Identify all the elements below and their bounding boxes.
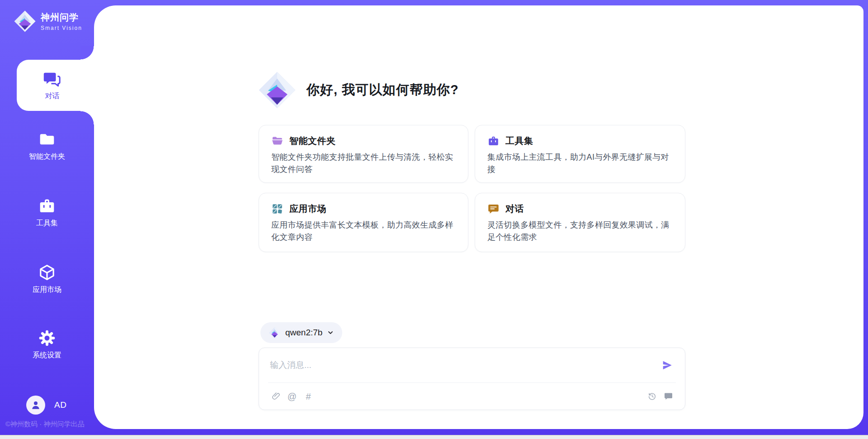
toolbox-icon	[38, 197, 56, 215]
sidebar-item-label: 工具集	[36, 219, 58, 228]
brand-gem-icon	[14, 10, 36, 33]
sidebar-item-app-market[interactable]: 应用市场	[0, 263, 94, 301]
user-profile[interactable]: AD	[26, 396, 66, 415]
brand-logo[interactable]: 神州问学 Smart Vision	[14, 10, 82, 33]
gear-icon	[38, 329, 56, 347]
sidebar: 神州问学 Smart Vision 对话 智能文件夹	[0, 0, 94, 439]
message-input[interactable]	[270, 360, 654, 370]
tab-curve-top	[80, 46, 94, 60]
brand-text: 神州问学 Smart Vision	[41, 11, 82, 31]
feature-card-toolset[interactable]: 工具集 集成市场上主流工具，助力AI与外界无缝扩展与对接	[475, 125, 685, 183]
sidebar-item-chat[interactable]: 对话	[17, 60, 94, 111]
brand-subtitle: Smart Vision	[41, 25, 82, 31]
card-title: 工具集	[505, 135, 533, 147]
at-icon: @	[288, 392, 297, 401]
sidebar-item-label: 智能文件夹	[29, 152, 65, 162]
card-title: 对话	[505, 203, 524, 215]
send-button[interactable]	[660, 358, 674, 372]
greeting: 你好, 我可以如何帮助你?	[258, 71, 459, 110]
sidebar-item-label: 对话	[45, 91, 60, 101]
avatar	[26, 396, 45, 415]
tab-curve-bottom	[80, 111, 94, 124]
person-icon	[30, 399, 42, 411]
assistant-gem-icon	[258, 71, 297, 110]
history-clock-icon	[647, 391, 657, 401]
sidebar-item-settings[interactable]: 系统设置	[0, 329, 94, 366]
sidebar-item-label: 系统设置	[33, 351, 61, 360]
folder-icon	[38, 130, 56, 148]
model-selector[interactable]: qwen2:7b	[260, 322, 342, 343]
chat-bubble-icon	[664, 391, 673, 401]
toolbox-icon	[487, 135, 500, 147]
feature-card-chat[interactable]: 对话 灵活切换多模型文件，支持多样回复效果调试，满足个性化需求	[475, 193, 685, 252]
history-button[interactable]	[645, 390, 659, 403]
model-name: qwen2:7b	[285, 328, 322, 338]
card-title: 应用市场	[289, 203, 326, 215]
new-chat-button[interactable]	[661, 390, 675, 403]
cube-icon	[38, 263, 56, 282]
card-description: 灵活切换多模型文件，支持多样回复效果调试，满足个性化需求	[487, 219, 673, 243]
mention-button[interactable]: @	[285, 390, 299, 403]
sidebar-item-toolset[interactable]: 工具集	[0, 197, 94, 234]
card-title: 智能文件夹	[289, 135, 336, 147]
card-description: 应用市场提供丰富长文本模板，助力高效生成多样化文章内容	[271, 219, 456, 243]
user-initials: AD	[54, 400, 66, 410]
send-icon	[661, 359, 673, 371]
greeting-title: 你好, 我可以如何帮助你?	[307, 81, 459, 99]
chat-icon	[487, 203, 500, 215]
folder-open-icon	[271, 135, 283, 147]
hash-icon: #	[306, 392, 311, 401]
copyright-text: ©神州数码 · 神州问学出品	[5, 420, 92, 429]
app-window: 神州问学 Smart Vision 对话 智能文件夹	[0, 0, 868, 439]
model-gem-icon	[269, 327, 281, 339]
topic-button[interactable]: #	[302, 390, 315, 403]
attach-file-button[interactable]	[269, 390, 283, 403]
paperclip-icon	[271, 391, 281, 401]
app-grid-icon	[271, 203, 283, 215]
composer: @ #	[259, 348, 685, 410]
chat-icon	[43, 70, 61, 88]
chevron-down-icon	[327, 329, 334, 336]
card-description: 集成市场上主流工具，助力AI与外界无缝扩展与对接	[487, 151, 673, 176]
brand-name: 神州问学	[41, 11, 82, 24]
sidebar-item-smart-folder[interactable]: 智能文件夹	[0, 130, 94, 167]
feature-card-app-market[interactable]: 应用市场 应用市场提供丰富长文本模板，助力高效生成多样化文章内容	[259, 193, 468, 252]
sidebar-item-label: 应用市场	[33, 285, 61, 295]
window-bottom-edge	[0, 435, 868, 439]
card-description: 智能文件夹功能支持批量文件上传与清洗，轻松实现文件问答	[271, 151, 456, 176]
feature-card-smart-folder[interactable]: 智能文件夹 智能文件夹功能支持批量文件上传与清洗，轻松实现文件问答	[259, 125, 468, 183]
